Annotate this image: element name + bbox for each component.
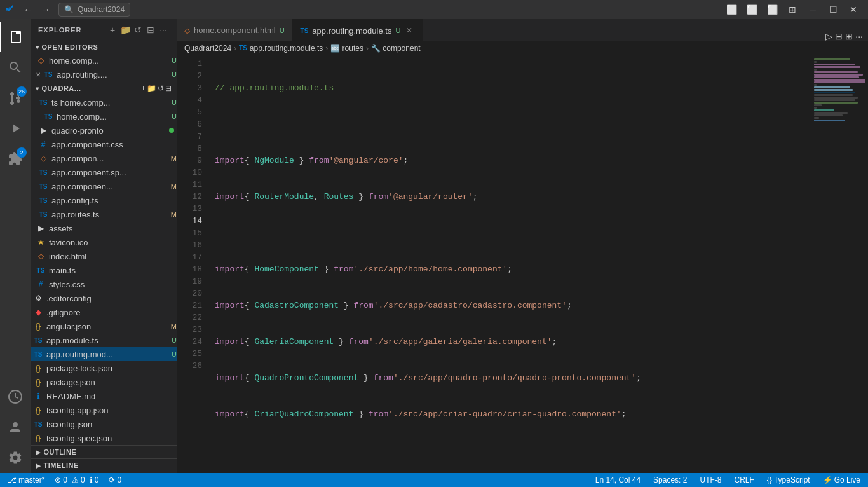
app-module-ts[interactable]: TS app.module.ts U xyxy=(31,333,177,347)
errors-item[interactable]: ⊗ 0 ⚠ 0 ℹ 0 xyxy=(52,473,101,487)
collapse-all-button[interactable]: ⊟ xyxy=(145,24,156,36)
minimize-button[interactable]: ─ xyxy=(803,0,822,19)
activity-search[interactable] xyxy=(0,52,31,83)
ln-5: 5 xyxy=(177,106,202,118)
run-editor-button[interactable]: ▷ xyxy=(825,31,832,41)
language-item[interactable]: {} TypeScript xyxy=(764,473,813,487)
app-component-ts[interactable]: TS app.componen... M xyxy=(31,179,177,193)
position-item[interactable]: Ln 14, Col 44 xyxy=(593,473,643,487)
styles-css-label: styles.css xyxy=(49,280,177,289)
sync-item[interactable]: ⟳ 0 xyxy=(106,473,124,487)
code-line-11 xyxy=(215,444,811,456)
app-routing-module[interactable]: TS app.routing.mod... U xyxy=(31,347,177,361)
styles-css[interactable]: # styles.css xyxy=(31,277,177,291)
ln-7: 7 xyxy=(177,130,202,142)
editorconfig[interactable]: ⚙ .editorconfig xyxy=(31,291,177,305)
quadro-pronto-folder[interactable]: ▶ quadro-pronto xyxy=(31,123,177,137)
more-actions-button[interactable]: ··· xyxy=(158,24,169,36)
activity-run[interactable] xyxy=(0,113,31,144)
tab-close-button[interactable]: ✕ xyxy=(404,25,414,36)
open-editors-section[interactable]: ▾ OPEN EDITORS xyxy=(31,41,177,53)
app-component-css[interactable]: # app.component.css xyxy=(31,137,177,151)
live-server-item[interactable]: ⚡ Go Live xyxy=(820,473,863,487)
activity-account[interactable] xyxy=(0,412,31,442)
readme-md[interactable]: ℹ README.md xyxy=(31,389,177,403)
ts-home-comp-item[interactable]: TS ts home.comp... U xyxy=(31,95,177,109)
split-editor-button[interactable]: ⊟ xyxy=(835,31,843,41)
app-routes-ts[interactable]: TS app.routes.ts M xyxy=(31,207,177,221)
activity-extensions[interactable]: 2 xyxy=(0,144,31,174)
outline-title[interactable]: ▶ OUTLINE xyxy=(31,446,177,458)
tab-home-label: home.component.html xyxy=(194,25,276,35)
refresh-button[interactable]: ↺ xyxy=(132,24,144,36)
activity-settings[interactable] xyxy=(0,442,31,473)
warnings-icon: ⚠ xyxy=(72,476,79,484)
favicon-ico[interactable]: ★ favicon.ico xyxy=(31,235,177,249)
new-file-explorer-button[interactable]: + xyxy=(141,84,146,93)
timeline-title[interactable]: ▶ TIMELINE xyxy=(31,459,177,472)
open-editor-home-component[interactable]: ◇ home.comp... U xyxy=(31,53,177,67)
sidebar-toggle-button[interactable]: ⬜ xyxy=(722,0,741,19)
gitignore[interactable]: ◆ .gitignore xyxy=(31,305,177,319)
app-config-ts[interactable]: TS app.config.ts xyxy=(31,193,177,207)
breadcrumb-root[interactable]: Quadrart2024 xyxy=(184,44,231,53)
open-editor-app-routing[interactable]: ✕ TS app.routing.... U xyxy=(31,67,177,81)
breadcrumb-filename[interactable]: app.routing.module.ts xyxy=(250,44,323,53)
close-button[interactable]: ✕ xyxy=(844,0,863,19)
activity-remote[interactable] xyxy=(0,381,31,412)
branch-icon: ⎇ xyxy=(8,476,17,484)
app-component-spec[interactable]: TS app.component.sp... xyxy=(31,165,177,179)
spaces-item[interactable]: Spaces: 2 xyxy=(651,473,689,487)
home-component-item[interactable]: TS home.comp... U xyxy=(31,109,177,123)
main-ts[interactable]: TS main.ts xyxy=(31,263,177,277)
angular-json-icon: {} xyxy=(33,321,43,331)
encoding-item[interactable]: UTF-8 xyxy=(697,473,724,487)
activity-source-control[interactable]: 26 xyxy=(0,83,31,113)
assets-folder[interactable]: ▶ assets xyxy=(31,221,177,235)
package-json[interactable]: {} package.json xyxy=(31,375,177,389)
quadro-pronto-label: quadro-pronto xyxy=(51,126,169,135)
angular-json[interactable]: {} angular.json M xyxy=(31,319,177,333)
index-html[interactable]: ◇ index.html xyxy=(31,249,177,263)
ts-config-icon: TS xyxy=(38,195,48,205)
open-editor-home-label: home.comp... xyxy=(49,56,169,65)
tsconfig-spec-json[interactable]: {} tsconfig.spec.json xyxy=(31,431,177,445)
new-file-button[interactable]: + xyxy=(107,24,118,36)
explorer-section[interactable]: ▾ QUADRA... + 📁 ↺ ⊟ xyxy=(31,81,177,95)
breadcrumb-component[interactable]: 🔧 component xyxy=(371,44,421,53)
new-folder-explorer-button[interactable]: 📁 xyxy=(147,84,156,93)
tsconfig-app-json[interactable]: {} tsconfig.app.json xyxy=(31,403,177,417)
forward-button[interactable]: → xyxy=(38,2,53,17)
tab-home-component[interactable]: ◇ home.component.html U xyxy=(177,19,293,41)
editor-layout-button[interactable]: ⊞ xyxy=(845,31,853,41)
branch-item[interactable]: ⎇ master* xyxy=(5,473,47,487)
outline-section: ▶ OUTLINE xyxy=(31,445,177,458)
maximize-button[interactable]: ☐ xyxy=(824,0,843,19)
close-icon[interactable]: ✕ xyxy=(36,71,41,78)
ts-comp-icon: TS xyxy=(38,181,48,191)
assets-folder-icon: ▶ xyxy=(36,223,46,233)
tsconfig-json[interactable]: TS tsconfig.json xyxy=(31,417,177,431)
search-bar[interactable]: 🔍 Quadrart2024 xyxy=(58,3,130,17)
package-lock-json[interactable]: {} package-lock.json xyxy=(31,361,177,375)
line-ending-item[interactable]: CRLF xyxy=(731,473,756,487)
collapse-explorer-button[interactable]: ⊟ xyxy=(165,84,172,93)
styles-css-icon: # xyxy=(36,279,46,289)
panel-toggle-button[interactable]: ⬜ xyxy=(742,0,761,19)
more-editor-button[interactable]: ··· xyxy=(855,31,863,41)
live-server-icon: ⚡ xyxy=(823,476,832,484)
new-folder-button[interactable]: 📁 xyxy=(119,24,131,36)
breadcrumb-file[interactable]: TS xyxy=(239,45,247,51)
tsconfig-label: tsconfig.json xyxy=(46,420,177,429)
breadcrumb-routes[interactable]: 🔤 routes xyxy=(330,44,363,53)
activity-explorer[interactable] xyxy=(0,22,31,52)
tab-app-routing[interactable]: TS app.routing.module.ts U ✕ xyxy=(293,19,423,41)
code-content[interactable]: // app.routing.module.ts import { NgModu… xyxy=(207,55,811,473)
customize-layout-button[interactable]: ⊞ xyxy=(783,0,802,19)
back-button[interactable]: ← xyxy=(20,2,36,17)
app-component-html[interactable]: ◇ app.compon... M xyxy=(31,151,177,165)
refresh-explorer-button[interactable]: ↺ xyxy=(158,84,164,93)
layout-button[interactable]: ⬜ xyxy=(763,0,782,19)
ln-14: 14 xyxy=(177,215,202,227)
ts-icon2: TS xyxy=(43,111,53,121)
